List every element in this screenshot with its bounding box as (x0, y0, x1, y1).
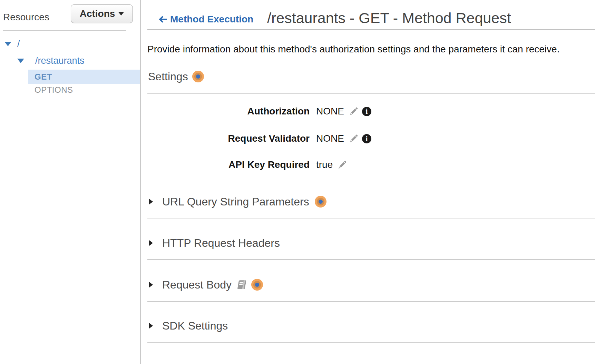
highlight-beacon-icon (192, 71, 204, 82)
setting-value: NONE (316, 106, 344, 117)
section-divider (147, 301, 595, 302)
section-request-body[interactable]: Request Body (149, 276, 263, 293)
tree-item-restaurants[interactable]: /restaurants (17, 55, 85, 66)
tree-item-label: / (17, 39, 20, 49)
page-title: /restaurants - GET - Method Request (267, 9, 511, 27)
section-title: Request Body (162, 279, 232, 291)
sidebar-divider (3, 30, 126, 31)
panel-divider (140, 0, 141, 364)
info-icon[interactable] (362, 107, 371, 116)
setting-label: Authorization (147, 106, 310, 117)
section-divider (147, 219, 595, 219)
section-divider (147, 259, 595, 260)
expand-arrow-icon (149, 240, 153, 246)
resources-panel-title: Resources (3, 11, 49, 23)
section-sdk-settings[interactable]: SDK Settings (149, 317, 228, 334)
edit-pencil-icon[interactable] (349, 107, 358, 116)
setting-label: Request Validator (147, 133, 310, 144)
highlight-beacon-icon (315, 196, 326, 208)
highlight-beacon-icon (251, 279, 263, 291)
setting-row-api-key-required: API Key Required true (147, 159, 347, 171)
page-description: Provide information about this method's … (147, 43, 559, 55)
caret-down-icon (17, 59, 24, 63)
settings-heading: Settings (148, 70, 188, 83)
section-divider (147, 93, 595, 94)
model-book-icon (236, 280, 246, 290)
section-url-query-string-parameters[interactable]: URL Query String Parameters (149, 193, 326, 210)
arrow-left-icon (158, 14, 168, 24)
expand-arrow-icon (149, 282, 153, 288)
tree-item-method-get[interactable]: GET (28, 70, 140, 84)
setting-row-request-validator: Request Validator NONE (147, 132, 371, 145)
caret-down-icon (4, 42, 11, 46)
setting-row-authorization: Authorization NONE (147, 105, 371, 118)
setting-value: NONE (316, 133, 344, 144)
section-title: SDK Settings (162, 320, 228, 332)
actions-button-label: Actions (80, 8, 115, 19)
expand-arrow-icon (149, 199, 153, 205)
method-label: GET (35, 72, 52, 82)
section-http-request-headers[interactable]: HTTP Request Headers (149, 234, 280, 252)
section-divider (147, 342, 595, 343)
tree-item-root[interactable]: / (4, 39, 20, 49)
edit-pencil-icon[interactable] (338, 160, 347, 170)
edit-pencil-icon[interactable] (349, 134, 358, 143)
actions-button[interactable]: Actions (71, 4, 133, 23)
section-title: URL Query String Parameters (162, 195, 309, 208)
method-execution-back-link[interactable]: Method Execution (158, 13, 253, 26)
header-divider (147, 29, 595, 30)
setting-label: API Key Required (147, 159, 310, 170)
setting-value: true (316, 159, 333, 170)
tree-item-label: /restaurants (35, 55, 85, 66)
info-icon[interactable] (362, 134, 371, 143)
chevron-down-icon (118, 12, 124, 16)
tree-item-method-options[interactable]: OPTIONS (35, 85, 73, 95)
section-title: HTTP Request Headers (162, 237, 280, 250)
expand-arrow-icon (149, 323, 153, 329)
back-link-label: Method Execution (170, 14, 253, 25)
